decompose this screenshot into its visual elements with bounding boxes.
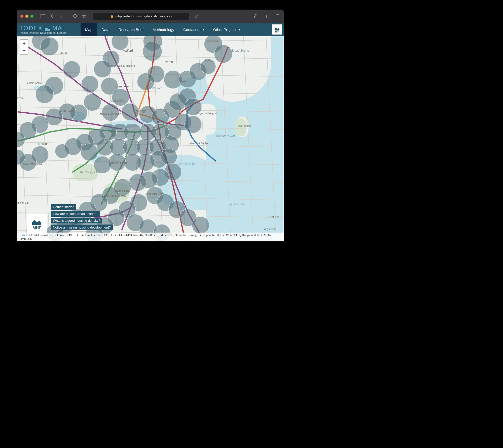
attribution-text: | Tiles © Esri — Esri, DeLorme, NAVTEQ, … — [18, 234, 273, 240]
station-area-circle[interactable] — [143, 42, 162, 61]
window-controls — [20, 15, 33, 18]
reload-icon[interactable] — [194, 13, 200, 19]
url-host: mhpcenterforhousingdata.shinyapps.io — [115, 14, 171, 18]
brand-name-right: MA — [52, 25, 62, 32]
station-area-circle[interactable] — [94, 156, 111, 173]
corner-logo-text: MHP — [32, 226, 42, 230]
nav-item-methodology[interactable]: Methodology — [148, 23, 179, 36]
station-area-circle[interactable] — [35, 85, 54, 103]
nav-items: MapDataResearch BriefMethodologyContact … — [81, 23, 245, 36]
sidebar-toggle-icon[interactable] — [40, 13, 46, 19]
brand[interactable]: TODEX MA Transit-Oriented Development Ex… — [17, 23, 70, 36]
houses-icon — [31, 218, 43, 226]
share-icon[interactable] — [253, 13, 259, 19]
new-tab-icon[interactable] — [263, 13, 270, 19]
back-button-icon[interactable] — [49, 13, 55, 19]
nav-item-research-brief[interactable]: Research Brief — [114, 23, 148, 36]
help-button[interactable]: What is a good housing density? — [51, 218, 102, 223]
station-area-circle[interactable] — [139, 123, 156, 141]
station-area-circle[interactable] — [147, 66, 164, 83]
browser-titlebar: 🔒 mhpcenterforhousingdata.shinyapps.io — [17, 10, 284, 23]
station-area-circle[interactable] — [102, 104, 119, 121]
map-attribution: Leaflet | Tiles © Esri — Esri, DeLorme, … — [17, 233, 284, 241]
station-area-circle[interactable] — [81, 144, 98, 161]
station-area-circle[interactable] — [161, 149, 177, 165]
zoom-control: + − — [20, 39, 28, 55]
browser-window: 🔒 mhpcenterforhousingdata.shinyapps.io T… — [17, 10, 284, 241]
station-area-circle[interactable] — [55, 144, 69, 158]
zoom-out-button[interactable]: − — [20, 47, 28, 54]
house-icon — [274, 26, 280, 31]
nav-item-contact-us[interactable]: Contact us▾ — [179, 23, 209, 36]
chevron-down-icon: ▾ — [203, 28, 204, 31]
nav-item-data[interactable]: Data — [97, 23, 114, 36]
help-buttons: Getting startedHow are station areas def… — [51, 204, 113, 230]
lock-icon: 🔒 — [110, 15, 114, 18]
brand-subtitle: Transit-Oriented Development Explorer — [19, 31, 67, 34]
help-button[interactable]: Getting started — [51, 204, 76, 210]
brand-title: TODEX MA — [19, 25, 67, 32]
minimize-window-icon[interactable] — [25, 15, 28, 18]
nav-logo-text: MHP — [275, 31, 279, 33]
station-area-circle[interactable] — [81, 76, 98, 93]
frog-icon — [44, 26, 51, 30]
station-area-circle[interactable] — [122, 103, 139, 120]
nav-item-map[interactable]: Map — [81, 23, 97, 36]
tabs-overview-icon[interactable] — [274, 13, 280, 19]
station-area-circle[interactable] — [124, 154, 141, 171]
station-area-circle[interactable] — [109, 154, 126, 171]
svg-rect-4 — [275, 15, 278, 18]
station-area-circle[interactable] — [129, 174, 146, 191]
station-area-circle[interactable] — [185, 98, 202, 115]
chevron-down-icon: ▾ — [239, 28, 240, 31]
svg-rect-5 — [276, 14, 279, 17]
station-area-circle[interactable] — [84, 94, 101, 111]
station-area-circle[interactable] — [214, 45, 232, 63]
station-area-circle[interactable] — [94, 60, 111, 78]
fullscreen-window-icon[interactable] — [30, 15, 33, 18]
station-area-circle[interactable] — [192, 217, 209, 234]
station-area-circle[interactable] — [41, 37, 59, 55]
station-area-circle[interactable] — [112, 36, 129, 50]
station-area-circle[interactable] — [201, 59, 216, 74]
station-area-circle[interactable] — [185, 116, 202, 133]
svg-point-7 — [45, 28, 47, 29]
bookmark-star-icon[interactable] — [81, 13, 87, 19]
mhp-corner-logo[interactable]: MHP — [27, 214, 47, 234]
nav-item-other-projects[interactable]: Other Projects▾ — [209, 23, 245, 36]
forward-button-icon[interactable] — [58, 13, 64, 19]
address-bar[interactable]: 🔒 mhpcenterforhousingdata.shinyapps.io — [93, 13, 189, 20]
shield-icon[interactable] — [72, 13, 78, 19]
close-window-icon[interactable] — [20, 15, 23, 18]
app-navbar: TODEX MA Transit-Oriented Development Ex… — [17, 23, 284, 36]
leaflet-link[interactable]: Leaflet — [18, 234, 27, 237]
zoom-in-button[interactable]: + — [20, 40, 28, 47]
station-area-circle[interactable] — [112, 89, 129, 106]
svg-rect-0 — [41, 14, 45, 18]
station-area-circle[interactable] — [63, 61, 80, 78]
brand-name-left: TODEX — [19, 25, 43, 32]
mhp-nav-logo[interactable]: MHP — [272, 24, 282, 35]
help-button[interactable]: Notice a missing housing development? — [51, 225, 113, 230]
svg-point-8 — [46, 28, 48, 29]
help-button[interactable]: How are station areas defined? — [51, 211, 100, 217]
map-area[interactable]: 277 ftMaldenMedfordEverettRevereTufts Un… — [17, 36, 284, 241]
